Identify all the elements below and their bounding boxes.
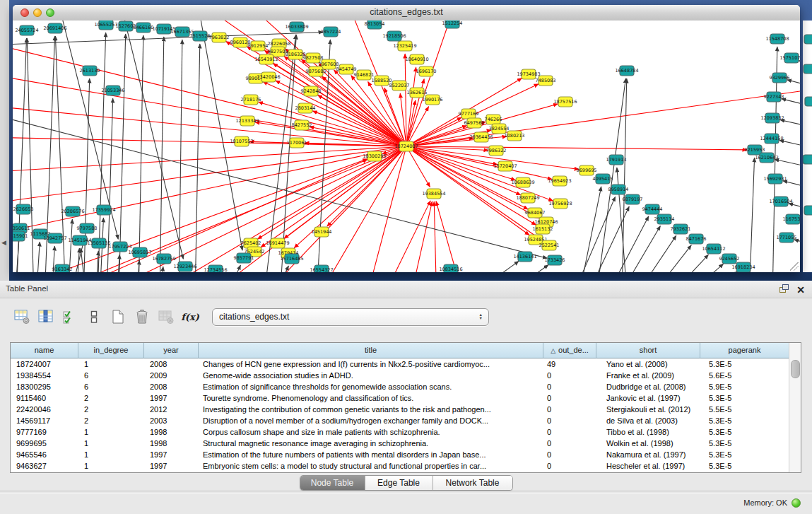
graph-node-9245652[interactable]: 9245652 bbox=[719, 254, 740, 264]
create-column-icon[interactable] bbox=[109, 308, 127, 326]
graph-node-9699695[interactable]: 9699695 bbox=[577, 165, 597, 175]
graph-edge[interactable] bbox=[406, 146, 747, 150]
network-canvas[interactable]: 1872400779638228960128891295428226058982… bbox=[13, 21, 800, 272]
graph-edge[interactable] bbox=[273, 266, 288, 272]
column-header-out_de[interactable]: △out_de... bbox=[543, 343, 596, 358]
graph-edge[interactable] bbox=[405, 54, 406, 146]
graph-node-4095415[interactable]: 4095415 bbox=[593, 174, 613, 184]
graph-node-9797588[interactable]: 9797588 bbox=[77, 223, 98, 233]
graph-edge[interactable] bbox=[15, 236, 19, 272]
column-header-short[interactable]: short bbox=[596, 343, 700, 358]
table-row[interactable]: 969969511998Structural magnetic resonanc… bbox=[11, 438, 801, 449]
graph-node[interactable] bbox=[804, 206, 812, 215]
graph-edge[interactable] bbox=[263, 82, 406, 146]
citation-network-graph[interactable]: 1872400779638228960128891295428226058982… bbox=[13, 21, 800, 272]
graph-edge[interactable] bbox=[196, 21, 242, 250]
graph-node-12444158[interactable]: 12444158 bbox=[760, 134, 783, 144]
tab-network-table[interactable]: Network Table bbox=[433, 476, 512, 490]
graph-node-8471676[interactable]: 8471676 bbox=[686, 234, 707, 244]
graph-node-18640910[interactable]: 18640910 bbox=[405, 54, 428, 64]
graph-node-1615132[interactable]: 1615132 bbox=[533, 224, 553, 234]
graph-node-1990176[interactable]: 1990176 bbox=[423, 95, 443, 105]
graph-node-7963822[interactable]: 7963822 bbox=[209, 33, 230, 42]
graph-node-10688639[interactable]: 10688639 bbox=[511, 177, 534, 187]
table-selector-dropdown[interactable]: citations_edges.txt ▲▼ bbox=[212, 308, 489, 326]
graph-node-12093832[interactable]: 12093832 bbox=[760, 113, 784, 123]
graph-node[interactable] bbox=[803, 155, 812, 164]
import-table-icon[interactable] bbox=[157, 308, 175, 326]
graph-edge[interactable] bbox=[749, 158, 755, 272]
graph-node-2803144[interactable]: 2803144 bbox=[295, 103, 316, 113]
graph-edge[interactable] bbox=[465, 261, 519, 272]
graph-node-7986322[interactable]: 7986322 bbox=[486, 146, 507, 156]
graph-node-12325419[interactable]: 12325419 bbox=[393, 41, 416, 51]
graph-edge[interactable] bbox=[136, 260, 139, 272]
graph-node-7515526[interactable]: 7515526 bbox=[190, 31, 211, 41]
row-height-icon[interactable] bbox=[85, 308, 103, 326]
graph-node-8466160[interactable]: 8466160 bbox=[134, 23, 154, 33]
graph-edge[interactable] bbox=[775, 159, 800, 170]
graph-node-12734556[interactable]: 12734556 bbox=[204, 265, 227, 272]
graph-node-8912954[interactable]: 8912954 bbox=[248, 41, 269, 51]
graph-node-7932621[interactable]: 7932621 bbox=[671, 224, 691, 234]
graph-edge[interactable] bbox=[119, 34, 126, 272]
graph-node-17016504[interactable]: 17016504 bbox=[769, 197, 792, 206]
graph-node-9163342[interactable]: 9163342 bbox=[52, 264, 73, 272]
graph-node-16782759[interactable]: 16782759 bbox=[152, 254, 175, 264]
graph-node-11548708[interactable]: 11548708 bbox=[765, 34, 789, 44]
graph-edge[interactable] bbox=[787, 80, 800, 90]
tab-edge-table[interactable]: Edge Table bbox=[365, 476, 433, 490]
table-row[interactable]: 911546021997Tourette syndrome. Phenomeno… bbox=[11, 392, 801, 404]
graph-edge[interactable] bbox=[366, 146, 406, 272]
graph-edge[interactable] bbox=[380, 201, 430, 272]
graph-node-2935114[interactable]: 2935114 bbox=[654, 214, 675, 224]
graph-edge[interactable] bbox=[571, 197, 616, 272]
graph-node-1362615[interactable]: 1362615 bbox=[407, 88, 428, 98]
graph-node-7485083[interactable]: 7485083 bbox=[536, 76, 556, 86]
graph-edge[interactable] bbox=[160, 37, 164, 272]
graph-node-1080213[interactable]: 1080213 bbox=[505, 131, 525, 141]
graph-edge[interactable] bbox=[799, 61, 800, 70]
graph-node-1696170[interactable]: 1696170 bbox=[416, 66, 437, 76]
graph-edge[interactable] bbox=[13, 105, 406, 146]
tab-node-table[interactable]: Node Table bbox=[300, 476, 365, 490]
graph-edge[interactable] bbox=[41, 159, 367, 272]
graph-node-18757516[interactable]: 18757516 bbox=[553, 97, 577, 107]
graph-edge[interactable] bbox=[68, 219, 72, 272]
graph-node-19384554[interactable]: 19384554 bbox=[422, 189, 445, 199]
graph-node-746266[interactable]: 746266 bbox=[485, 115, 502, 124]
graph-node-8958914[interactable]: 8958914 bbox=[608, 185, 629, 194]
column-header-pagerank[interactable]: pagerank bbox=[700, 343, 789, 358]
show-column-icon[interactable] bbox=[37, 308, 55, 326]
graph-node-9329966[interactable]: 9329966 bbox=[770, 73, 790, 83]
graph-node-9875685[interactable]: 9875685 bbox=[306, 66, 326, 76]
graph-edge[interactable] bbox=[779, 140, 800, 151]
scrollbar-thumb[interactable] bbox=[791, 360, 800, 378]
graph-node-19654923[interactable]: 19654923 bbox=[548, 176, 571, 186]
graph-node-9857224[interactable]: 9857224 bbox=[321, 27, 341, 37]
column-header-title[interactable]: title bbox=[199, 343, 543, 358]
table-mode-icon[interactable] bbox=[13, 308, 31, 326]
table-row[interactable]: 1872400712008Changes of HCN gene express… bbox=[11, 358, 801, 370]
graph-node-1451944[interactable]: 1451944 bbox=[312, 227, 332, 237]
graph-node[interactable] bbox=[804, 64, 812, 74]
graph-node-15720407[interactable]: 15720407 bbox=[493, 161, 517, 171]
graph-node-16033809[interactable]: 16033809 bbox=[285, 22, 308, 32]
graph-edge[interactable] bbox=[500, 264, 548, 272]
graph-node-9474444[interactable]: 9474444 bbox=[642, 204, 663, 214]
graph-node-1167531[interactable]: 1167531 bbox=[783, 214, 800, 224]
graph-node-9227343[interactable]: 9227343 bbox=[764, 92, 784, 102]
graph-node-2626653[interactable]: 2626653 bbox=[13, 204, 34, 214]
graph-node-19756928[interactable]: 19756928 bbox=[548, 199, 572, 209]
graph-node-12923446[interactable]: 12923446 bbox=[173, 262, 196, 271]
graph-node-10834516[interactable]: 10834516 bbox=[439, 264, 462, 272]
table-row[interactable]: 946362711997Embryonic stem cells: a mode… bbox=[11, 460, 801, 472]
graph-edge[interactable] bbox=[649, 245, 691, 272]
graph-edge[interactable] bbox=[195, 44, 200, 272]
graph-node-24055724[interactable]: 24055724 bbox=[15, 25, 38, 35]
graph-edge[interactable] bbox=[119, 21, 183, 259]
graph-node[interactable] bbox=[804, 35, 812, 44]
selection-checks-icon[interactable] bbox=[61, 308, 79, 326]
graph-node-3824554[interactable]: 3824554 bbox=[489, 124, 510, 134]
graph-node-16648784[interactable]: 16648784 bbox=[615, 66, 638, 76]
